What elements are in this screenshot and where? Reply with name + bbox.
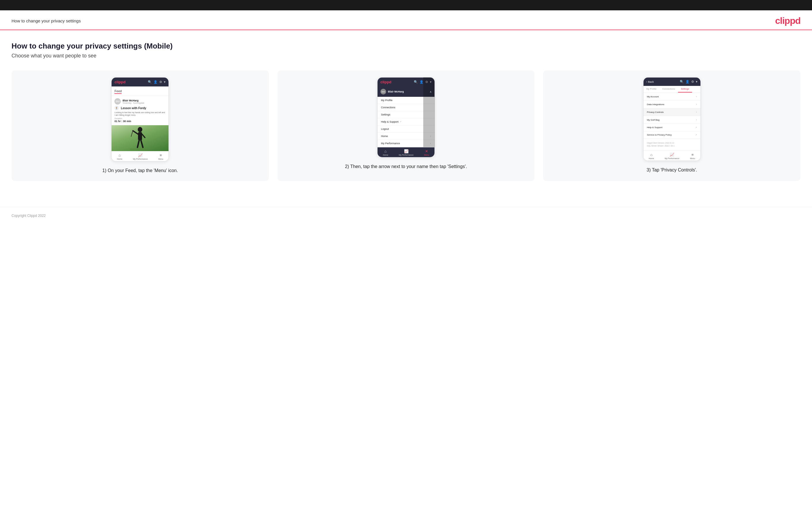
back-label: Back: [648, 80, 654, 83]
phone3-nav-performance[interactable]: 📈 My Performance: [665, 153, 679, 159]
settings-item-privacycontrols[interactable]: Privacy Controls ›: [644, 108, 701, 116]
feed-username: Blair McHarg: [122, 99, 144, 102]
svg-rect-1: [138, 132, 142, 140]
settings-tabs: My Profile Connections Settings: [644, 86, 701, 93]
main-content: How to change your privacy settings (Mob…: [0, 30, 812, 207]
phone2-logo: clippd: [380, 80, 391, 84]
home-icon: ⌂: [385, 149, 387, 153]
settings-item-myaccount[interactable]: My Account ›: [644, 93, 701, 101]
feed-activity-title: Lesson with Fordy: [121, 107, 146, 110]
phone3-icons: 🔍 👤 ⚙ ▾: [680, 80, 698, 83]
home-label: Home: [383, 154, 388, 156]
phone1-logo: clippd: [114, 80, 125, 84]
svg-line-2: [133, 131, 138, 134]
chevron-down-icon: ▾: [164, 80, 166, 84]
feed-user-info: Blair McHarg Yesterday · Sunningdale: [122, 99, 144, 104]
settings-item-dataintegrations[interactable]: Data Integrations ›: [644, 101, 701, 108]
helpsupport-label: Help & Support: [647, 126, 662, 129]
version-line-1: Clippd Client Version: 2022.8.3-3: [647, 142, 697, 145]
logo: clippd: [775, 15, 801, 26]
mygolfbag-label: My Golf Bag: [647, 119, 660, 121]
phone1-nav-menu[interactable]: ≡ Menu: [158, 153, 163, 160]
menu-username: Blair McHarg: [388, 90, 404, 93]
phone-mock-2-wrapper: clippd 🔍 👤 ⚙ ▾ BM Blair McHarg: [377, 77, 435, 157]
menu-label: Menu: [424, 154, 429, 156]
feed-duration-label: Duration: [114, 117, 166, 119]
performance-icon: 📈: [670, 153, 674, 157]
golfer-svg: [130, 127, 150, 151]
steps-grid: clippd 🔍 👤 ⚙ ▾ Feed BM: [11, 70, 801, 181]
settings-icon: ⚙: [159, 80, 162, 84]
dataintegrations-label: Data Integrations: [647, 103, 664, 106]
feed-post: BM Blair McHarg Yesterday · Sunningdale …: [111, 96, 168, 125]
phone2-nav-menu[interactable]: ✕ Menu: [424, 149, 429, 156]
performance-icon: 📈: [138, 153, 143, 157]
version-line-2: GQL Server Version: 2022.7.30-1: [647, 145, 697, 147]
menu-item-logout-label: Logout: [381, 127, 389, 130]
home-label: Home: [117, 158, 122, 160]
menu-section-performance-label: My Performance: [381, 142, 400, 145]
svg-line-5: [141, 140, 143, 147]
user-icon: 👤: [419, 80, 423, 84]
tab-settings[interactable]: Settings: [678, 86, 692, 93]
menu-item-connections-label: Connections: [381, 106, 395, 109]
search-icon: 🔍: [148, 80, 152, 84]
feed-avatar: BM: [114, 98, 121, 105]
settings-list: My Account › Data Integrations › Privacy…: [644, 93, 701, 151]
tab-myprofile[interactable]: My Profile: [644, 86, 660, 93]
step-2-caption: 2) Then, tap the arrow next to your name…: [345, 163, 467, 170]
settings-item-mygolfbag[interactable]: My Golf Bag ›: [644, 116, 701, 124]
performance-label: My Performance: [399, 154, 413, 156]
phone1-bottom-nav: ⌂ Home 📈 My Performance ≡ Menu: [111, 151, 168, 161]
copyright-text: Copyright Clippd 2022: [11, 214, 46, 218]
menu-section-home-label: Home: [381, 135, 388, 137]
serviceprivacy-ext-icon: ↗: [695, 134, 697, 136]
search-icon: 🔍: [414, 80, 418, 84]
phone1-topbar: clippd 🔍 👤 ⚙ ▾: [111, 77, 168, 87]
settings-item-helpsupport[interactable]: Help & Support ↗: [644, 124, 701, 131]
feed-tab-label: Feed: [114, 89, 121, 94]
step-3-card: ‹ Back 🔍 👤 ⚙ ▾ My Profile Connections Se…: [543, 70, 801, 181]
phone2-nav-home[interactable]: ⌂ Home: [383, 149, 388, 156]
page-subtitle: Choose what you want people to see: [11, 53, 801, 59]
svg-line-4: [138, 140, 139, 147]
phone3-nav-menu[interactable]: ≡ Menu: [690, 153, 695, 159]
feed-user-row: BM Blair McHarg Yesterday · Sunningdale: [114, 98, 166, 105]
user-icon: 👤: [686, 80, 690, 83]
back-chevron-icon: ‹: [646, 80, 647, 83]
phone3-nav-home[interactable]: ⌂ Home: [649, 153, 654, 159]
phone1-nav-home[interactable]: ⌂ Home: [117, 153, 122, 160]
privacycontrols-label: Privacy Controls: [647, 111, 664, 113]
activity-icon: 🏌: [114, 106, 119, 110]
back-button[interactable]: ‹ Back: [646, 80, 654, 83]
phone3-bottom-nav: ⌂ Home 📈 My Performance ≡ Menu: [644, 151, 701, 161]
performance-icon: 📈: [404, 149, 409, 153]
phone1-nav-performance[interactable]: 📈 My Performance: [133, 153, 148, 160]
feed-image: [111, 125, 168, 151]
home-icon: ⌂: [650, 153, 652, 157]
mygolfbag-chevron-icon: ›: [696, 118, 697, 121]
performance-label: My Performance: [133, 158, 148, 160]
svg-point-0: [138, 127, 142, 132]
phone-mock-1: clippd 🔍 👤 ⚙ ▾ Feed BM: [111, 77, 169, 161]
tab-connections[interactable]: Connections: [659, 86, 678, 93]
privacycontrols-chevron-icon: ›: [696, 111, 697, 113]
serviceprivacy-label: Service & Privacy Policy: [647, 133, 672, 136]
footer: Copyright Clippd 2022: [0, 207, 812, 224]
performance-label: My Performance: [665, 157, 679, 159]
phone2-nav-performance[interactable]: 📈 My Performance: [399, 149, 413, 156]
user-icon: 👤: [154, 80, 158, 84]
step-1-caption: 1) On your Feed, tap the 'Menu' icon.: [102, 167, 178, 174]
dataintegrations-chevron-icon: ›: [696, 103, 697, 106]
phone3-topbar: ‹ Back 🔍 👤 ⚙ ▾: [644, 77, 701, 86]
feed-activity-row: 🏌 Lesson with Fordy: [114, 106, 166, 110]
help-ext-icon: ↗: [400, 121, 401, 123]
menu-close-icon: ✕: [425, 149, 428, 153]
menu-item-myprofile-label: My Profile: [381, 99, 393, 102]
phone1-feed-tab: Feed: [111, 87, 168, 96]
settings-icon: ⚙: [691, 80, 694, 83]
menu-item-helpsupport-label: Help & Support: [381, 120, 399, 123]
header-title: How to change your privacy settings: [11, 18, 81, 23]
feed-meta: Yesterday · Sunningdale: [122, 102, 144, 104]
settings-item-serviceprivacy[interactable]: Service & Privacy Policy ↗: [644, 131, 701, 139]
